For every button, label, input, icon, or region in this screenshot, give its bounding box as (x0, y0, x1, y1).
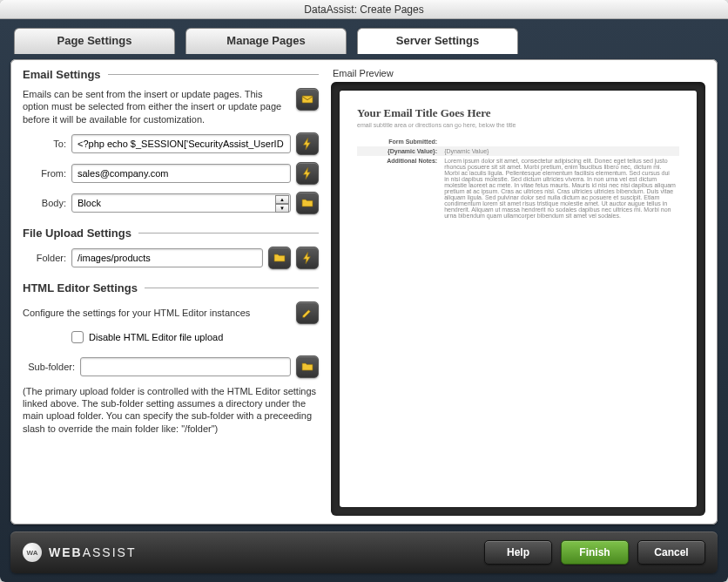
body-input[interactable] (71, 193, 291, 213)
file-upload-heading: File Upload Settings (23, 227, 319, 240)
from-input[interactable] (71, 164, 291, 183)
preview-table: Form Submitted: {Dynamic Value}:{Dynamic… (357, 137, 679, 220)
editor-edit-button[interactable] (296, 301, 319, 324)
preview-row-val: {Dynamic Value} (441, 146, 679, 156)
to-lightning-button[interactable] (296, 132, 319, 155)
folder-icon (300, 196, 314, 210)
html-editor-desc: Configure the settings for your HTML Edi… (23, 307, 291, 319)
lightning-icon (300, 137, 314, 151)
stepper-down-icon[interactable]: ▼ (275, 204, 289, 213)
svg-rect-0 (302, 96, 313, 103)
folder-icon (300, 360, 314, 374)
body-stepper[interactable]: ▲▼ (275, 195, 289, 211)
preview-row-key: Additional Notes: (357, 156, 441, 220)
folder-input[interactable] (71, 248, 263, 267)
email-preview-label: Email Preview (333, 68, 705, 78)
cancel-button[interactable]: Cancel (637, 540, 705, 565)
preview-title: Your Email Title Goes Here (357, 106, 679, 120)
finish-button[interactable]: Finish (561, 540, 629, 565)
preview-row-val: Lorem ipsum dolor sit amet, consectetur … (441, 156, 679, 220)
email-icon-button[interactable] (296, 88, 319, 111)
preview-row-key: {Dynamic Value}: (357, 146, 441, 156)
body-folder-button[interactable] (296, 192, 319, 214)
tab-server-settings[interactable]: Server Settings (357, 28, 518, 54)
email-settings-heading: Email Settings (23, 68, 319, 81)
folder-label: Folder: (23, 253, 66, 263)
email-preview-frame: Your Email Title Goes Here email subtitl… (331, 82, 705, 516)
brand-badge-icon: WA (23, 543, 42, 562)
help-button[interactable]: Help (484, 540, 552, 565)
subfolder-note: (The primary upload folder is controlled… (23, 385, 319, 435)
from-lightning-button[interactable] (296, 162, 319, 185)
lightning-icon (300, 251, 314, 265)
preview-subtitle: email subtitle area or directions can go… (357, 122, 679, 128)
brand-logo: WA WEBASSIST (23, 543, 136, 562)
folder-browse-button[interactable] (268, 247, 291, 269)
subfolder-input[interactable] (80, 357, 291, 376)
html-editor-heading: HTML Editor Settings (23, 281, 319, 294)
folder-lightning-button[interactable] (296, 247, 319, 269)
tab-page-settings[interactable]: Page Settings (14, 28, 175, 54)
subfolder-browse-button[interactable] (296, 355, 319, 378)
tab-manage-pages[interactable]: Manage Pages (185, 28, 347, 54)
preview-row-val (441, 137, 679, 146)
tabs: Page Settings Manage Pages Server Settin… (10, 28, 718, 54)
from-label: From: (23, 168, 66, 179)
subfolder-label: Sub-folder: (23, 362, 75, 372)
lightning-icon (300, 166, 314, 180)
disable-upload-label: Disable HTML Editor file upload (89, 332, 223, 342)
to-input[interactable] (71, 134, 291, 153)
preview-row-key: Form Submitted: (357, 137, 441, 146)
folder-icon (273, 251, 286, 265)
window-title: DataAssist: Create Pages (0, 0, 728, 19)
envelope-icon (300, 92, 314, 106)
body-label: Body: (23, 198, 66, 208)
to-label: To: (23, 139, 66, 149)
disable-upload-checkbox[interactable] (71, 331, 84, 343)
pencil-icon (300, 306, 314, 320)
stepper-up-icon[interactable]: ▲ (275, 195, 289, 204)
email-settings-desc: Emails can be sent from the insert or up… (23, 88, 291, 125)
